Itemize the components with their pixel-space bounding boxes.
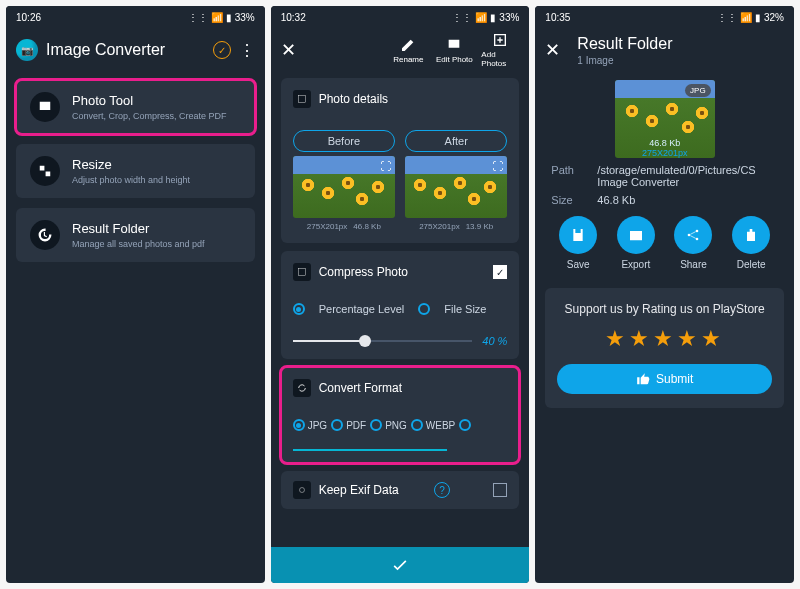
rating-text: Support us by Rating us on PlayStore (557, 302, 772, 316)
compress-icon (293, 263, 311, 281)
dim-label: 275X201px (307, 222, 347, 231)
photo-tool-card[interactable]: Photo Tool Convert, Crop, Compress, Crea… (16, 80, 255, 134)
card-subtitle: Adjust photo width and height (72, 175, 190, 185)
radio-label: File Size (444, 303, 486, 315)
rating-stars[interactable]: ★★★★★ (557, 326, 772, 352)
share-button[interactable]: Share (674, 216, 712, 270)
premium-icon[interactable]: ✓ (213, 41, 231, 59)
radio-label: Percentage Level (319, 303, 405, 315)
status-bar: 10:35 ⋮⋮📶▮32% (535, 6, 794, 28)
export-button[interactable]: Export (617, 216, 655, 270)
edit-photo-button[interactable]: Edit Photo (435, 37, 473, 64)
svg-point-2 (299, 488, 304, 493)
compress-section: Compress Photo✓ Percentage Level File Si… (281, 251, 520, 359)
status-bar: 10:26 ⋮⋮📶▮33% (6, 6, 265, 28)
app-title: Image Converter (46, 41, 205, 59)
status-bar: 10:32 ⋮⋮📶▮33% (271, 6, 530, 28)
result-thumbnail[interactable]: JPG 46.8 Kb275X201px (615, 80, 715, 158)
convert-icon (293, 379, 311, 397)
photo-details-section: Photo details Before ⛶ 275X201px46.8 Kb … (281, 78, 520, 243)
editor-toolbar: ✕ Rename Edit Photo Add Photos (271, 28, 530, 72)
app-logo-icon: 📷 (16, 39, 38, 61)
svg-point-3 (688, 234, 691, 237)
path-value: /storage/emulated/0/Pictures/CS Image Co… (597, 164, 778, 188)
screen-home: 10:26 ⋮⋮📶▮33% 📷 Image Converter ✓ ⋮ Phot… (6, 6, 265, 583)
filesize-radio[interactable] (418, 303, 430, 315)
percentage-radio[interactable] (293, 303, 305, 315)
svg-point-5 (696, 238, 699, 241)
history-icon (30, 220, 60, 250)
size-label: Size (551, 194, 585, 206)
format-pdf[interactable]: PDF (331, 419, 366, 431)
expand-icon[interactable]: ⛶ (490, 159, 504, 173)
section-title: Compress Photo (319, 265, 408, 279)
save-button[interactable]: Save (559, 216, 597, 270)
section-title: Convert Format (319, 381, 402, 395)
size-label: 46.8 Kb (353, 222, 381, 231)
svg-rect-1 (298, 269, 305, 276)
size-label: 13.9 Kb (466, 222, 494, 231)
screen-result: 10:35 ⋮⋮📶▮32% ✕ Result Folder 1 Image JP… (535, 6, 794, 583)
dim-label: 275X201px (419, 222, 459, 231)
percent-value: 40 % (482, 335, 507, 347)
rating-card: Support us by Rating us on PlayStore ★★★… (545, 288, 784, 408)
app-header: 📷 Image Converter ✓ ⋮ (6, 28, 265, 72)
overflow-menu-icon[interactable]: ⋮ (239, 41, 255, 60)
svg-point-4 (696, 230, 699, 233)
card-title: Resize (72, 157, 190, 172)
exif-checkbox[interactable] (493, 483, 507, 497)
size-value: 46.8 Kb (597, 194, 635, 206)
format-indicator (293, 449, 448, 451)
before-tab[interactable]: Before (293, 130, 395, 152)
resize-card[interactable]: Resize Adjust photo width and height (16, 144, 255, 198)
result-folder-card[interactable]: Result Folder Manage all saved photos an… (16, 208, 255, 262)
section-title: Photo details (319, 92, 388, 106)
format-badge: JPG (685, 84, 711, 97)
clock: 10:35 (545, 12, 570, 23)
submit-label: Submit (656, 372, 693, 386)
rename-button[interactable]: Rename (389, 37, 427, 64)
svg-rect-0 (298, 95, 306, 103)
format-jpg[interactable]: JPG (293, 419, 327, 431)
exif-section: Keep Exif Data? (281, 471, 520, 509)
status-icons: ⋮⋮📶▮33% (452, 12, 519, 23)
exif-icon (293, 481, 311, 499)
before-thumbnail[interactable]: ⛶ (293, 156, 395, 218)
status-icons: ⋮⋮📶▮33% (188, 12, 255, 23)
format-webp[interactable]: WEBP (411, 419, 455, 431)
close-icon[interactable]: ✕ (545, 39, 569, 61)
help-icon[interactable]: ? (434, 482, 450, 498)
status-icons: ⋮⋮📶▮32% (717, 12, 784, 23)
clock: 10:32 (281, 12, 306, 23)
thumb-dim: 275X201px (615, 148, 715, 158)
card-subtitle: Manage all saved photos and pdf (72, 239, 205, 249)
resize-icon (30, 156, 60, 186)
delete-button[interactable]: Delete (732, 216, 770, 270)
card-title: Photo Tool (72, 93, 227, 108)
page-title: Result Folder (577, 35, 672, 53)
compress-slider[interactable] (293, 340, 473, 342)
path-label: Path (551, 164, 585, 188)
close-icon[interactable]: ✕ (281, 39, 305, 61)
page-subtitle: 1 Image (577, 55, 672, 66)
format-more[interactable] (459, 419, 471, 431)
result-header: ✕ Result Folder 1 Image (535, 28, 794, 72)
clock: 10:26 (16, 12, 41, 23)
section-title: Keep Exif Data (319, 483, 399, 497)
screen-editor: 10:32 ⋮⋮📶▮33% ✕ Rename Edit Photo Add Ph… (271, 6, 530, 583)
confirm-button[interactable] (271, 547, 530, 583)
after-thumbnail[interactable]: ⛶ (405, 156, 507, 218)
card-subtitle: Convert, Crop, Compress, Create PDF (72, 111, 227, 121)
expand-icon[interactable]: ⛶ (378, 159, 392, 173)
add-photos-button[interactable]: Add Photos (481, 32, 519, 68)
compress-checkbox[interactable]: ✓ (493, 265, 507, 279)
format-png[interactable]: PNG (370, 419, 407, 431)
thumb-size: 46.8 Kb (615, 138, 715, 148)
after-tab[interactable]: After (405, 130, 507, 152)
submit-button[interactable]: Submit (557, 364, 772, 394)
photo-tool-icon (30, 92, 60, 122)
convert-format-section: Convert Format JPG PDF PNG WEBP (281, 367, 520, 463)
photo-icon (293, 90, 311, 108)
card-title: Result Folder (72, 221, 205, 236)
